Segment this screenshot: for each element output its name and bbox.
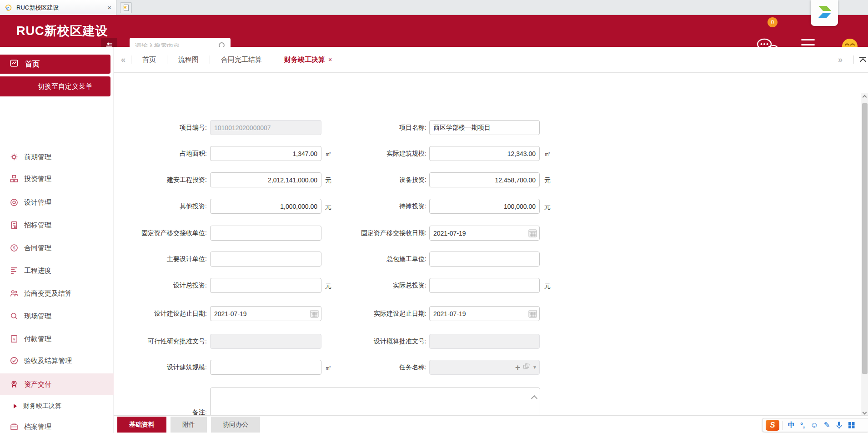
actual-period-input[interactable]: [429, 306, 540, 321]
svg-text:e: e: [6, 4, 9, 11]
asset-transfer-date-input[interactable]: [429, 226, 540, 241]
sidebar-item-payment[interactable]: ¥ 付款管理: [0, 332, 114, 346]
magnifier-icon: [10, 312, 18, 320]
unit-label: ㎡: [544, 146, 551, 161]
sidebar-item-contract[interactable]: $ 合同管理: [0, 241, 114, 255]
project-name-input[interactable]: [429, 120, 540, 135]
bottom-tab-attachments[interactable]: 附件: [171, 417, 207, 433]
app-screen: e RUC新校区建设 × ✱ RUC新校区建设: [0, 0, 868, 433]
design-period-input[interactable]: [210, 306, 321, 321]
sidebar-item-bidding[interactable]: 招标管理: [0, 218, 114, 232]
field-label: 其他投资:: [114, 199, 207, 214]
field-label: 实际建设起止日期:: [318, 306, 426, 321]
amortized-investment-input[interactable]: [429, 199, 540, 214]
dropdown-arrow-icon[interactable]: ▼: [532, 365, 537, 370]
field-label: 主要设计单位:: [114, 252, 207, 267]
sogou-logo-icon[interactable]: S: [766, 420, 779, 431]
field-label: 实际建筑规模:: [318, 146, 426, 161]
message-count-badge: 0: [768, 17, 778, 27]
app-logo: RUC新校区建设: [16, 15, 108, 47]
new-page-icon: ✱: [124, 5, 129, 11]
scrollbar-thumb[interactable]: [862, 103, 868, 374]
sidebar-subitem-financial-settlement[interactable]: 财务竣工决算: [0, 399, 114, 413]
vertical-scrollbar[interactable]: [861, 93, 868, 416]
sidebar-item-site[interactable]: 现场管理: [0, 309, 114, 323]
ime-microphone-icon[interactable]: [836, 421, 843, 429]
actual-build-scale-input[interactable]: [429, 146, 540, 161]
sidebar-item-acceptance[interactable]: 验收及结算管理: [0, 354, 114, 368]
main-design-unit-input[interactable]: [210, 252, 321, 267]
svg-text:¥: ¥: [13, 337, 15, 342]
scroll-up-arrow-icon[interactable]: [863, 95, 867, 100]
people-icon: [10, 289, 18, 297]
stacked-cards-icon[interactable]: [523, 363, 530, 372]
tab-contract-settlement[interactable]: 合同完工结算: [210, 55, 273, 64]
sidebar-item-design[interactable]: 设计管理: [0, 196, 114, 209]
calendar-icon[interactable]: [528, 228, 537, 238]
sidebar-item-negotiation[interactable]: 洽商变更及结算: [0, 287, 114, 300]
collapse-panel-icon[interactable]: [859, 57, 866, 63]
field-label: 可行性研究批准文号:: [114, 334, 207, 349]
ime-punctuation-button[interactable]: °,: [800, 421, 805, 429]
ime-toolbar: S 中 °, ☺ ✎: [762, 418, 868, 432]
svg-text:$: $: [13, 246, 15, 250]
calendar-icon[interactable]: [310, 309, 319, 318]
ime-keyboard-icon[interactable]: [848, 422, 855, 428]
browser-tab-title: RUC新校区建设: [16, 4, 103, 12]
browser-tab-close-icon[interactable]: ×: [107, 4, 111, 11]
bottom-tab-collaboration[interactable]: 协同办公: [211, 417, 260, 433]
other-investment-input[interactable]: [210, 199, 321, 214]
switch-custom-menu-button[interactable]: 切换至自定义菜单: [0, 76, 110, 96]
browser-tab[interactable]: e RUC新校区建设 ×: [0, 0, 116, 15]
tabs-scroll-right-icon[interactable]: »: [831, 55, 848, 65]
ime-language-button[interactable]: 中: [788, 421, 795, 429]
tab-home[interactable]: 首页: [131, 55, 167, 64]
sidebar-item-asset-delivery[interactable]: 资产交付: [0, 373, 114, 395]
asset-transfer-unit-input[interactable]: [210, 226, 321, 241]
payment-doc-icon: ¥: [10, 335, 18, 343]
tab-financial-settlement[interactable]: 财务竣工决算 ×: [273, 55, 343, 64]
general-contractor-input[interactable]: [429, 252, 540, 267]
design-estimate-no-input: [429, 334, 540, 349]
ime-pencil-icon[interactable]: ✎: [824, 420, 830, 430]
project-code-input: [210, 120, 321, 135]
tabs-scroll-left-icon[interactable]: «: [114, 55, 131, 65]
land-area-input[interactable]: [210, 146, 321, 161]
sidebar-item-preliminary[interactable]: 前期管理: [0, 150, 114, 164]
sidebar-item-investment[interactable]: 投资管理: [0, 172, 114, 186]
field-label: 实际总投资:: [318, 278, 426, 293]
field-label: 设计建筑规模:: [114, 360, 207, 375]
blocks-icon: [10, 175, 18, 183]
equipment-investment-input[interactable]: [429, 172, 540, 187]
sidebar-item-label: 首页: [25, 60, 40, 69]
bottom-tab-basic-info[interactable]: 基础资料: [117, 417, 166, 433]
ie-icon: e: [5, 4, 12, 11]
tab-flowchart[interactable]: 流程图: [167, 55, 210, 64]
tab-close-icon[interactable]: ×: [328, 56, 332, 63]
design-build-scale-input[interactable]: [210, 360, 321, 375]
construction-investment-input[interactable]: [210, 172, 321, 187]
scroll-down-arrow-icon[interactable]: [863, 410, 867, 415]
floating-tool-logo[interactable]: [811, 0, 838, 26]
check-circle-icon: [10, 357, 18, 365]
sidebar-item-progress[interactable]: 工程进度: [0, 264, 114, 277]
field-label: 待摊投资:: [318, 199, 426, 214]
bottom-tab-bar: 基础资料 附件 协同办公: [114, 415, 868, 433]
actual-total-investment-input[interactable]: [429, 278, 540, 293]
gear-icon: [10, 153, 18, 161]
ime-emoji-icon[interactable]: ☺: [810, 421, 818, 430]
design-total-investment-input[interactable]: [210, 278, 321, 293]
calendar-icon[interactable]: [528, 309, 537, 318]
app-header: RUC新校区建设: [0, 15, 868, 47]
sidebar-item-home[interactable]: 首页: [0, 55, 110, 74]
medal-icon: [10, 380, 18, 388]
field-label: 项目编号:: [114, 120, 207, 135]
sidebar-item-archives[interactable]: 档案管理: [0, 420, 114, 433]
add-task-icon[interactable]: +: [515, 363, 520, 372]
workspace-tab-strip: « 首页 流程图 合同完工结算 财务竣工决算 × »: [114, 47, 868, 73]
new-tab-button[interactable]: ✱: [120, 2, 132, 13]
line-chart-icon: [10, 59, 18, 69]
field-label: 设计概算批准文号:: [318, 334, 426, 349]
text-caret: [213, 229, 213, 237]
chevron-s-logo-icon: [814, 4, 835, 23]
